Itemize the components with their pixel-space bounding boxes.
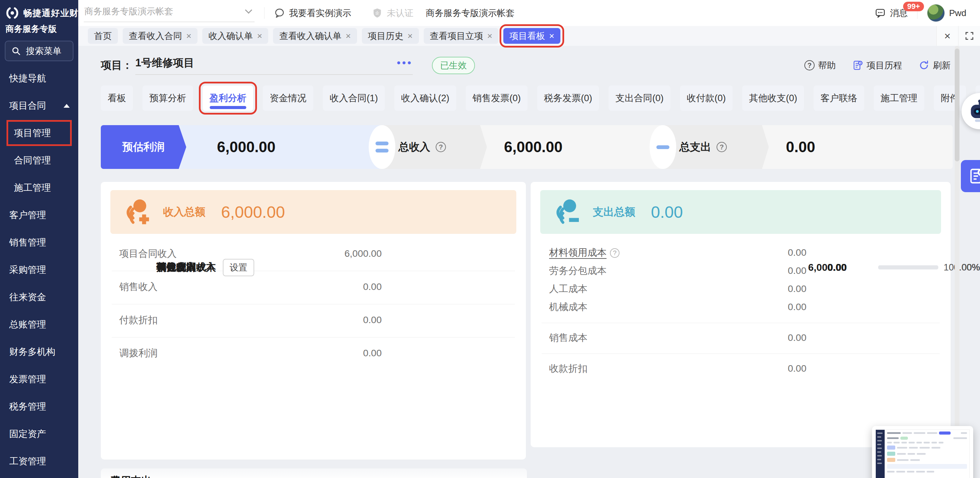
sidebar-item-label: 项目合同 <box>9 99 46 112</box>
sidebar-item-label: 往来资金 <box>9 291 46 303</box>
sidebar-item-label: 工资管理 <box>9 455 46 467</box>
sidebar-item-发票管理[interactable]: 发票管理 <box>6 365 72 393</box>
detail-label: 付款折扣 <box>119 315 158 325</box>
panels: 收入总额 6,000.00 项目合同收入6,000.00100.00%项目合同收… <box>101 182 951 459</box>
collapse-caret-icon[interactable] <box>64 104 70 108</box>
close-tab-icon[interactable]: × <box>487 32 492 40</box>
progress-bar <box>878 265 938 269</box>
sidebar-item-施工管理[interactable]: 施工管理 <box>6 174 72 201</box>
main-area: 商务服务专版演示帐套 我要看实例演示 企 未认证 商务服务专版演示帐套 <box>78 0 980 478</box>
sidebar-item-固定资产[interactable]: 固定资产 <box>6 420 72 448</box>
scrollbar-thumb[interactable] <box>955 49 959 161</box>
tab-查看项目立项[interactable]: 查看项目立项× <box>424 28 498 44</box>
sidebar-item-label: 项目管理 <box>14 127 51 139</box>
demo-bubble-icon <box>274 8 285 19</box>
sidebar-item-label: 快捷导航 <box>9 72 46 84</box>
sidebar-item-财务多机构[interactable]: 财务多机构 <box>6 338 72 365</box>
avatar <box>927 4 945 22</box>
project-history-float-button[interactable] <box>961 160 980 192</box>
scrollbar[interactable] <box>955 46 959 478</box>
mini-screenshot <box>875 429 970 478</box>
sidebar-item-采购管理[interactable]: 采购管理 <box>6 256 72 284</box>
topbar: 商务服务专版演示帐套 我要看实例演示 企 未认证 商务服务专版演示帐套 <box>78 0 980 26</box>
coins-plus-icon <box>123 197 152 227</box>
sidebar-item-销售管理[interactable]: 销售管理 <box>6 229 72 256</box>
mini-content <box>885 430 969 478</box>
close-tab-icon[interactable]: × <box>345 32 351 40</box>
message-bubble-icon <box>875 8 886 19</box>
sidebar-item-项目管理[interactable]: 项目管理 <box>6 120 72 147</box>
sidebar-item-label: 固定资产 <box>9 428 46 440</box>
sidebar-item-label: 合同管理 <box>14 154 51 167</box>
sidebar-item-税务管理[interactable]: 税务管理 <box>6 393 72 420</box>
sidebar: 畅捷通好业财 商务服务专版 搜索菜单 快捷导航项目合同项目管理合同管理施工管理客… <box>0 0 78 478</box>
tab-tools: × <box>936 26 980 46</box>
tab-项目历史[interactable]: 项目历史× <box>362 28 419 44</box>
sidebar-item-客户管理[interactable]: 客户管理 <box>6 201 72 229</box>
app-window: 畅捷通好业财 商务服务专版 搜索菜单 快捷导航项目合同项目管理合同管理施工管理客… <box>0 0 980 478</box>
project-field-label: 项目： <box>101 58 132 72</box>
certification-status[interactable]: 企 未认证 <box>372 7 414 19</box>
close-tab-icon[interactable]: × <box>549 32 554 40</box>
close-all-tabs-button[interactable]: × <box>936 26 958 46</box>
tab-查看收入确认单[interactable]: 查看收入确认单× <box>273 28 357 44</box>
row-value: 0.00 <box>775 262 847 273</box>
history-doc-icon <box>968 167 980 185</box>
menu-search-placeholder: 搜索菜单 <box>26 45 62 57</box>
sidebar-item-label: 施工管理 <box>14 182 51 194</box>
demo-link-label: 我要看实例演示 <box>289 7 351 19</box>
tab-查看收入合同[interactable]: 查看收入合同× <box>123 28 197 44</box>
messages-button[interactable]: 消息 99+ <box>875 7 908 19</box>
screen-preview-thumbnail[interactable] <box>872 426 973 478</box>
robot-icon <box>966 97 980 125</box>
fullscreen-button[interactable] <box>958 26 980 46</box>
mini-sidebar <box>876 430 885 478</box>
sidebar-item-合同管理[interactable]: 合同管理 <box>6 147 72 174</box>
tab-label: 查看收入合同 <box>129 30 182 42</box>
brand: 畅捷通好业财 <box>0 0 78 21</box>
certification-label: 未认证 <box>387 7 414 19</box>
sidebar-item-快捷导航[interactable]: 快捷导航 <box>6 65 72 92</box>
tab-label: 项目历史 <box>368 30 404 42</box>
fullscreen-icon <box>964 31 975 41</box>
account-name-label: 商务服务专版演示帐套 <box>426 7 515 19</box>
account-selector-value: 商务服务专版演示帐套 <box>84 5 173 18</box>
sidebar-item-项目合同[interactable]: 项目合同 <box>6 92 72 120</box>
detail-label: 调拨利润 <box>119 348 158 358</box>
minus-icon <box>649 125 676 169</box>
subtab-看板[interactable]: 看板 <box>101 86 133 111</box>
shield-icon: 企 <box>372 8 383 19</box>
sidebar-item-总账管理[interactable]: 总账管理 <box>6 311 72 338</box>
expense-rows: 项目合同成本设置0.000%材料领用成本?0.00劳务分包成本0.00人工成本0… <box>540 234 941 380</box>
close-tab-icon[interactable]: × <box>186 32 191 40</box>
user-name-label: Pwd <box>949 8 966 19</box>
sidebar-item-label: 发票管理 <box>9 373 46 386</box>
tab-label: 收入确认单 <box>208 30 253 42</box>
account-name: 商务服务专版演示帐套 <box>426 7 515 19</box>
sidebar-item-label: 采购管理 <box>9 264 46 276</box>
close-tab-icon[interactable]: × <box>257 32 262 40</box>
tab-收入确认单[interactable]: 收入确认单× <box>202 28 268 44</box>
sidebar-item-label: 客户管理 <box>9 209 46 221</box>
equals-icon <box>369 125 395 169</box>
sidebar-item-往来资金[interactable]: 往来资金 <box>6 284 72 311</box>
sidebar-item-label: 税务管理 <box>9 400 46 413</box>
tab-首页[interactable]: 首页 <box>88 28 118 44</box>
user-menu[interactable]: Pwd <box>927 4 966 22</box>
summary-row: 其他支出0.000% <box>156 46 980 478</box>
messages-badge: 99+ <box>903 2 924 11</box>
account-selector[interactable]: 商务服务专版演示帐套 <box>84 4 255 22</box>
divider <box>264 7 264 19</box>
close-tab-icon[interactable]: × <box>408 32 413 40</box>
search-icon <box>11 46 21 56</box>
menu-search-input[interactable]: 搜索菜单 <box>5 41 73 61</box>
svg-text:企: 企 <box>375 11 379 15</box>
demo-link[interactable]: 我要看实例演示 <box>274 7 351 19</box>
tabbar: 首页查看收入合同×收入确认单×查看收入确认单×项目历史×查看项目立项×项目看板×… <box>78 26 980 46</box>
detail-label: 销售收入 <box>119 281 158 292</box>
sidebar-item-label: 财务多机构 <box>9 346 56 358</box>
sidebar-item-工资管理[interactable]: 工资管理 <box>6 448 72 475</box>
tab-label: 首页 <box>94 30 112 42</box>
subtab-label: 看板 <box>108 92 126 104</box>
tab-项目看板[interactable]: 项目看板× <box>503 28 560 44</box>
